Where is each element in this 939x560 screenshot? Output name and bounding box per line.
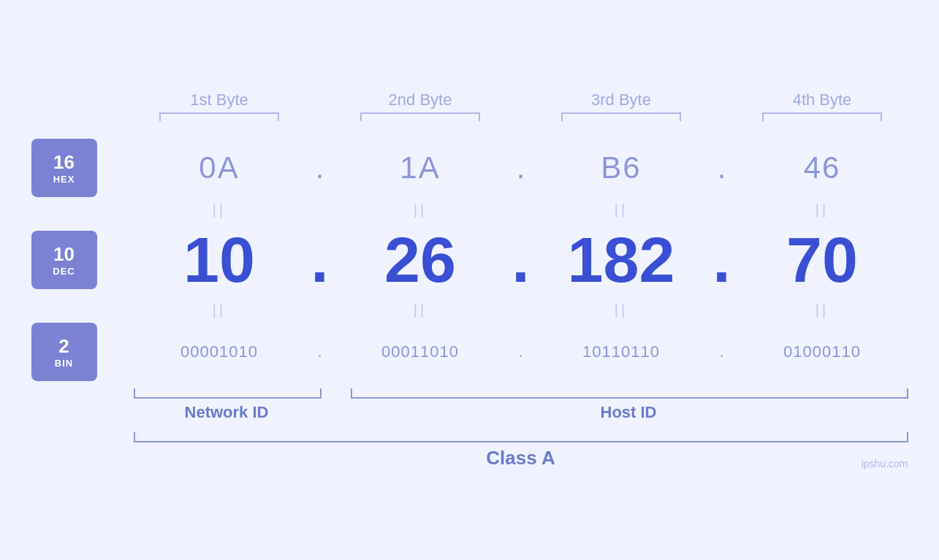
dec-badge-number: 10	[53, 243, 75, 266]
sep7: ||	[536, 302, 707, 318]
bin-dot2: .	[518, 342, 522, 361]
byte4-label: 4th Byte	[737, 91, 908, 110]
dec-badge-label: DEC	[53, 266, 75, 277]
hex-val2-cell: 1A	[335, 150, 506, 185]
byte3-bracket-top	[561, 112, 682, 121]
bin-val4: 01000110	[783, 342, 861, 361]
hex-val3: B6	[601, 150, 641, 185]
byte3-label: 3rd Byte	[536, 91, 707, 110]
sep2: ||	[335, 202, 506, 218]
byte2-label: 2nd Byte	[335, 91, 506, 110]
byte1-label: 1st Byte	[134, 91, 305, 110]
byte1-bracket-top	[159, 112, 280, 121]
bin-dot1: .	[317, 342, 322, 361]
bin-badge: 2 BIN	[31, 323, 97, 381]
dec-val4-cell: 70	[737, 228, 908, 292]
dec-row: 10 DEC 10 . 26 . 182 . 70	[31, 223, 908, 297]
hex-row: 16 HEX 0A . 1A . B6 . 46	[31, 139, 908, 197]
hex-dot2: .	[517, 150, 525, 185]
bottom-bracket-section: Network ID Host ID	[31, 388, 908, 422]
hex-val2: 1A	[400, 150, 440, 185]
dec-dot1: .	[311, 223, 328, 296]
host-id-bracket	[351, 388, 908, 399]
hex-badge-cell: 16 HEX	[31, 139, 134, 197]
byte4-bracket-top	[762, 112, 883, 121]
dec-val1: 10	[183, 223, 255, 296]
bracket-bottom-row	[134, 388, 908, 399]
sep3: ||	[536, 202, 707, 218]
sep-row-1: || || || ||	[31, 202, 908, 218]
byte-headers: 1st Byte 2nd Byte 3rd Byte 4th Byte	[31, 91, 908, 121]
hex-badge-label: HEX	[53, 174, 75, 185]
bin-val3: 10110110	[582, 342, 660, 361]
sep6: ||	[335, 302, 506, 318]
dec-val1-cell: 10	[134, 228, 305, 292]
hex-val3-cell: B6	[536, 150, 707, 185]
host-id-label: Host ID	[349, 403, 908, 422]
byte3-col: 3rd Byte	[536, 91, 707, 121]
hex-dot3: .	[718, 150, 726, 185]
hex-badge-number: 16	[53, 151, 75, 174]
bin-val1-cell: 00001010	[134, 342, 305, 361]
hex-val4-cell: 46	[737, 150, 908, 185]
dec-val2-cell: 26	[335, 228, 506, 292]
dec-badge-cell: 10 DEC	[31, 231, 134, 289]
sep4: ||	[737, 202, 908, 218]
watermark: ipshu.com	[862, 458, 908, 469]
bin-badge-cell: 2 BIN	[31, 323, 134, 381]
dec-val3-cell: 182	[536, 228, 707, 292]
byte2-col: 2nd Byte	[335, 91, 506, 121]
sep-row-2: || || || ||	[31, 302, 908, 318]
hex-badge: 16 HEX	[31, 139, 97, 197]
dec-val2: 26	[384, 223, 456, 296]
byte4-col: 4th Byte	[737, 91, 908, 121]
main-container: 1st Byte 2nd Byte 3rd Byte 4th Byte 16 H…	[31, 91, 908, 469]
class-bracket	[134, 432, 908, 442]
bin-val4-cell: 01000110	[737, 342, 908, 361]
sep1: ||	[134, 202, 305, 218]
sep5: ||	[134, 302, 305, 318]
bin-val1: 00001010	[180, 342, 258, 361]
dec-val4: 70	[786, 223, 858, 296]
class-section: Class A	[31, 432, 908, 469]
dec-dot3: .	[712, 223, 730, 296]
hex-val1: 0A	[199, 150, 239, 185]
dec-val3: 182	[568, 223, 675, 296]
hex-dot1: .	[316, 150, 324, 185]
network-id-bracket	[134, 388, 322, 399]
bin-badge-label: BIN	[55, 358, 73, 369]
byte2-bracket-top	[360, 112, 481, 121]
id-label-row: Network ID Host ID	[134, 403, 908, 422]
class-label: Class A	[134, 447, 908, 469]
byte1-col: 1st Byte	[134, 91, 305, 121]
dec-dot2: .	[512, 223, 529, 296]
dec-badge: 10 DEC	[31, 231, 97, 289]
hex-val1-cell: 0A	[134, 150, 305, 185]
bin-val3-cell: 10110110	[536, 342, 707, 361]
bin-dot3: .	[719, 342, 723, 361]
network-id-label: Network ID	[134, 403, 320, 422]
bin-val2-cell: 00011010	[335, 342, 506, 361]
bin-row: 2 BIN 00001010 . 00011010 . 10110110 . 0…	[31, 323, 908, 381]
bin-val2: 00011010	[381, 342, 459, 361]
hex-val4: 46	[804, 150, 841, 185]
sep8: ||	[737, 302, 908, 318]
bin-badge-number: 2	[58, 335, 69, 358]
